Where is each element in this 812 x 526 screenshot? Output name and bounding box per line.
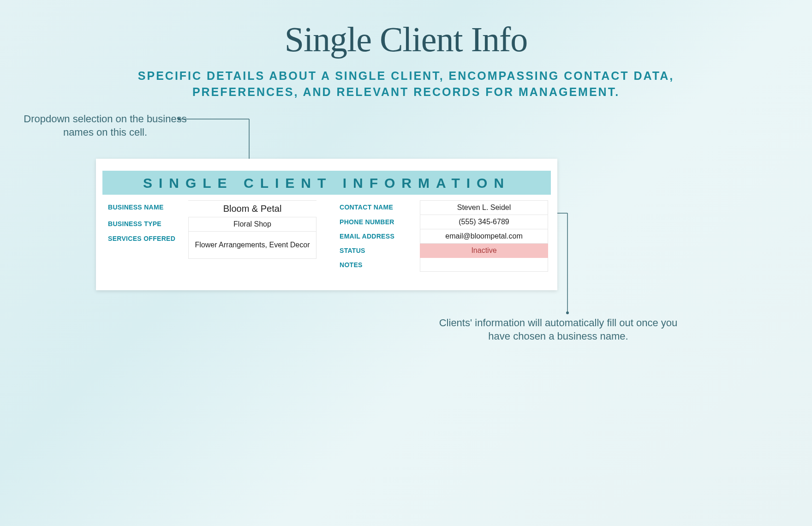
annotation-dropdown-note: Dropdown selection on the business names… [22, 113, 188, 139]
right-column: CONTACT NAME Steven L. Seidel PHONE NUMB… [337, 200, 548, 272]
label-notes: NOTES [337, 258, 420, 272]
annotation-autofill-note: Clients' information will automatically … [434, 317, 683, 343]
label-contact-name: CONTACT NAME [337, 200, 420, 215]
label-status: STATUS [337, 244, 420, 258]
value-services: Flower Arrangements, Event Decor [188, 232, 316, 259]
label-business-name: BUSINESS NAME [105, 200, 188, 217]
business-name-dropdown[interactable]: Bloom & Petal [188, 200, 316, 217]
value-contact-name: Steven L. Seidel [420, 200, 548, 215]
left-column: BUSINESS NAME Bloom & Petal BUSINESS TYP… [105, 200, 316, 272]
value-notes [420, 258, 548, 272]
value-phone: (555) 345-6789 [420, 215, 548, 229]
label-email: EMAIL ADDRESS [337, 229, 420, 244]
svg-point-7 [566, 311, 569, 314]
value-email: email@bloompetal.com [420, 229, 548, 244]
value-status: Inactive [420, 244, 548, 258]
page-title: Single Client Info [0, 19, 812, 60]
page-subtitle: SPECIFIC DETAILS ABOUT A SINGLE CLIENT, … [111, 68, 701, 100]
card-banner: SINGLE CLIENT INFORMATION [102, 171, 551, 195]
client-info-card: SINGLE CLIENT INFORMATION BUSINESS NAME … [96, 159, 557, 290]
label-business-type: BUSINESS TYPE [105, 217, 188, 232]
label-services: SERVICES OFFERED [105, 232, 188, 259]
value-business-type: Floral Shop [188, 217, 316, 232]
label-phone: PHONE NUMBER [337, 215, 420, 229]
